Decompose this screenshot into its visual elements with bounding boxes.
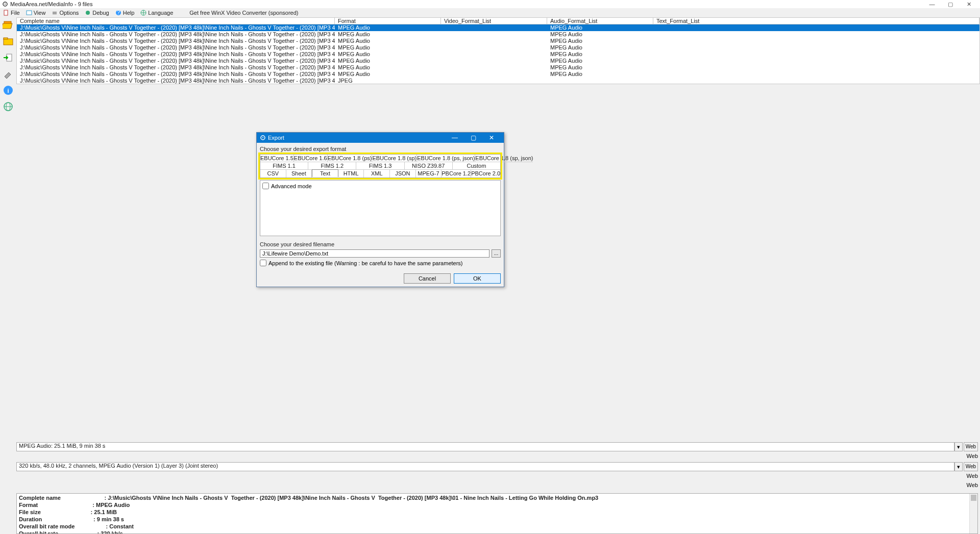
cell-tfl — [653, 71, 979, 78]
export-button[interactable] — [2, 51, 15, 64]
about-button[interactable]: i — [2, 84, 15, 97]
menu-options[interactable]: Options — [52, 10, 79, 16]
detail-scrollbar[interactable] — [969, 494, 977, 533]
help-icon: ? — [115, 10, 121, 16]
cell-afl: MPEG Audio — [547, 71, 653, 78]
cell-vfl — [441, 24, 547, 31]
cell-vfl — [441, 51, 547, 58]
maximize-button[interactable]: ▢ — [941, 0, 960, 8]
cell-afl — [547, 78, 653, 84]
menu-debug[interactable]: Debug — [85, 10, 109, 16]
append-checkbox[interactable] — [260, 260, 266, 266]
format-tab[interactable]: EBUCore 1.8 (sp, json) — [475, 155, 533, 162]
browse-button[interactable]: ... — [492, 249, 501, 258]
cell-tfl — [653, 24, 979, 31]
cell-afl: MPEG Audio — [547, 44, 653, 51]
detail-pane[interactable]: Complete name : J:\Music\Ghosts V\Nine I… — [16, 493, 978, 534]
format-tab[interactable]: Text — [312, 169, 338, 177]
info-bar-2: 320 kb/s, 48.0 kHz, 2 channels, MPEG Aud… — [16, 462, 978, 471]
info2-web[interactable]: Web — [964, 462, 978, 471]
append-label: Append to the existing file (Warning : b… — [268, 260, 463, 266]
options-button[interactable] — [2, 67, 15, 81]
info1-web[interactable]: Web — [964, 442, 978, 451]
format-tab[interactable]: JSON — [390, 170, 416, 177]
svg-rect-5 — [53, 13, 57, 14]
format-tab[interactable]: CSV — [260, 170, 286, 177]
cell-format: JPEG — [335, 78, 441, 84]
menu-view[interactable]: View — [26, 10, 46, 16]
advanced-area: Advanced mode — [260, 180, 501, 236]
cell-name: J:\Music\Ghosts V\Nine Inch Nails - Ghos… — [17, 44, 335, 51]
format-tab[interactable]: XML — [364, 170, 390, 177]
globe-icon — [140, 10, 146, 16]
table-row[interactable]: J:\Music\Ghosts V\Nine Inch Nails - Ghos… — [17, 64, 979, 71]
language-button[interactable] — [2, 100, 15, 113]
minimize-button[interactable]: — — [923, 0, 941, 8]
format-tab[interactable]: EBUCore 1.8 (ps, json) — [417, 155, 475, 162]
advanced-checkbox[interactable]: Advanced mode — [262, 183, 498, 189]
format-tab[interactable]: EBUCore 1.6 — [294, 155, 328, 162]
cell-vfl — [441, 71, 547, 78]
menu-language[interactable]: Language — [140, 10, 173, 16]
table-row[interactable]: J:\Music\Ghosts V\Nine Inch Nails - Ghos… — [17, 44, 979, 51]
format-tab[interactable]: EBUCore 1.8 (ps) — [328, 155, 373, 162]
svg-rect-11 — [3, 23, 12, 29]
filename-input[interactable] — [260, 249, 489, 258]
advanced-mode-check[interactable] — [262, 183, 269, 189]
app-icon — [2, 1, 8, 7]
cell-vfl — [441, 64, 547, 71]
dialog-titlebar[interactable]: Export — ▢ ✕ — [257, 133, 504, 143]
format-tab[interactable]: FIMS 1.1 — [260, 162, 308, 170]
dialog-maximize[interactable]: ▢ — [464, 133, 482, 143]
format-tab[interactable]: MPEG-7 — [416, 170, 442, 177]
spacer-web-3[interactable]: Web — [967, 482, 978, 491]
col-afl[interactable]: Audio_Format_List — [547, 18, 653, 24]
format-tab[interactable]: NISO Z39.87 — [405, 162, 453, 170]
cell-name: J:\Music\Ghosts V\Nine Inch Nails - Ghos… — [17, 71, 335, 78]
menu-file[interactable]: File — [3, 10, 20, 16]
table-row[interactable]: J:\Music\Ghosts V\Nine Inch Nails - Ghos… — [17, 71, 979, 78]
col-format[interactable]: Format — [335, 18, 441, 24]
info2-dropdown[interactable]: ▾ — [954, 462, 963, 471]
spacer-web-2[interactable]: Web — [967, 473, 978, 482]
table-row[interactable]: J:\Music\Ghosts V\Nine Inch Nails - Ghos… — [17, 51, 979, 58]
format-tab[interactable]: PBCore 1.2 — [442, 170, 471, 177]
format-tab[interactable]: Sheet — [286, 170, 312, 177]
open-folder-button[interactable] — [2, 35, 15, 48]
format-tab[interactable]: Custom — [453, 162, 500, 170]
dialog-close[interactable]: ✕ — [482, 133, 501, 143]
svg-text:?: ? — [117, 10, 120, 15]
format-tab[interactable]: EBUCore 1.8 (sp) — [372, 155, 417, 162]
format-tab[interactable]: PBCore 2.0 — [471, 170, 500, 177]
menu-help[interactable]: ?Help — [115, 10, 135, 16]
svg-point-20 — [262, 137, 263, 138]
table-body[interactable]: J:\Music\Ghosts V\Nine Inch Nails - Ghos… — [16, 24, 980, 84]
cell-name: J:\Music\Ghosts V\Nine Inch Nails - Ghos… — [17, 31, 335, 38]
format-tab[interactable]: FIMS 1.3 — [356, 162, 404, 170]
table-row[interactable]: J:\Music\Ghosts V\Nine Inch Nails - Ghos… — [17, 78, 979, 84]
menu-sponsored[interactable]: Get free WinX Video Converter (sponsored… — [189, 10, 298, 16]
table-row[interactable]: J:\Music\Ghosts V\Nine Inch Nails - Ghos… — [17, 58, 979, 64]
col-vfl[interactable]: Video_Format_List — [441, 18, 547, 24]
close-button[interactable]: ✕ — [960, 0, 978, 8]
table-row[interactable]: J:\Music\Ghosts V\Nine Inch Nails - Ghos… — [17, 38, 979, 44]
cell-name: J:\Music\Ghosts V\Nine Inch Nails - Ghos… — [17, 58, 335, 64]
cell-tfl — [653, 64, 979, 71]
ok-button[interactable]: OK — [454, 273, 501, 284]
format-tab[interactable]: EBUCore 1.5 — [260, 155, 294, 162]
cell-afl: MPEG Audio — [547, 51, 653, 58]
spacer-web-1[interactable]: Web — [967, 453, 978, 462]
table-row[interactable]: J:\Music\Ghosts V\Nine Inch Nails - Ghos… — [17, 24, 979, 31]
table-row[interactable]: J:\Music\Ghosts V\Nine Inch Nails - Ghos… — [17, 31, 979, 38]
format-tab[interactable]: HTML — [338, 170, 364, 177]
col-tfl[interactable]: Text_Format_List — [653, 18, 979, 24]
cancel-button[interactable]: Cancel — [404, 273, 451, 284]
dialog-minimize[interactable]: — — [446, 133, 464, 143]
format-tab[interactable]: FIMS 1.2 — [308, 162, 356, 170]
info2-text: 320 kb/s, 48.0 kHz, 2 channels, MPEG Aud… — [16, 462, 954, 471]
cell-vfl — [441, 58, 547, 64]
col-name[interactable]: Complete name — [17, 18, 335, 24]
open-file-button[interactable] — [2, 18, 15, 32]
info1-dropdown[interactable]: ▾ — [954, 442, 963, 451]
export-dialog: Export — ▢ ✕ Choose your desired export … — [256, 132, 504, 287]
